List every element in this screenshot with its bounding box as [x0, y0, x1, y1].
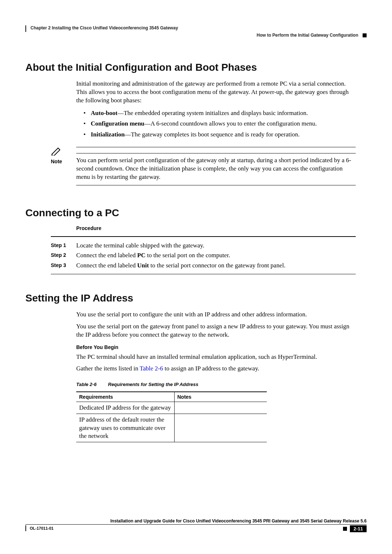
- step-text: Connect the end labeled Unit to the seri…: [76, 260, 356, 270]
- table-title: Requirements for Setting the IP Address: [108, 382, 199, 387]
- requirements-table: Requirements Notes Dedicated IP address …: [76, 391, 267, 442]
- heading-setting-ip: Setting the IP Address: [25, 292, 367, 304]
- table-caption: Table 2-6 Requirements for Setting the I…: [76, 382, 356, 387]
- step-number: Step 3: [51, 260, 76, 270]
- step-row: Step 1 Locate the terminal cable shipped…: [51, 241, 356, 250]
- section-label: How to Perform the Initial Gateway Confi…: [257, 33, 358, 38]
- step-number: Step 2: [51, 250, 76, 260]
- divider: [51, 274, 356, 274]
- note-text: You can perform serial port configuratio…: [76, 153, 356, 181]
- table-cell: [174, 402, 267, 414]
- step-row: Step 3 Connect the end labeled Unit to t…: [51, 260, 356, 270]
- running-header: Chapter 2 Installing the Cisco Unified V…: [25, 25, 367, 40]
- before-you-begin-label: Before You Begin: [76, 344, 356, 350]
- section-2-body: Procedure: [76, 225, 356, 231]
- procedure-steps: Step 1 Locate the terminal cable shipped…: [51, 236, 356, 274]
- divider: [51, 236, 356, 237]
- table-header: Notes: [174, 392, 267, 402]
- note-body: You can perform serial port configuratio…: [76, 147, 356, 185]
- step-row: Step 2 Connect the end labeled PC to the…: [51, 250, 356, 260]
- pencil-icon: [51, 147, 61, 156]
- boot-phase-list: Auto-boot—The embedded operating system …: [83, 108, 356, 139]
- note-icon-column: Note: [51, 147, 76, 164]
- footer-left: OL-17011-01: [25, 525, 53, 531]
- table-row: Dedicated IP address for the gateway: [76, 402, 267, 414]
- step-number: Step 1: [51, 241, 76, 250]
- table-row: IP address of the default router the gat…: [76, 414, 267, 442]
- footer-bottom-row: OL-17011-01 2-11: [25, 525, 367, 532]
- body-paragraph: You use the serial port on the gateway f…: [76, 323, 356, 339]
- heading-about-boot: About the Initial Configuration and Boot…: [25, 62, 367, 73]
- note-block: Note You can perform serial port configu…: [51, 147, 356, 185]
- list-item: Initialization—The gateway completes its…: [83, 130, 356, 139]
- table-cell: Dedicated IP address for the gateway: [76, 402, 174, 414]
- page-marker-icon: [343, 527, 347, 531]
- page-footer: Installation and Upgrade Guide for Cisco…: [25, 518, 367, 532]
- body-paragraph: Gather the items listed in Table 2-6 to …: [76, 365, 356, 373]
- step-text: Connect the end labeled PC to the serial…: [76, 250, 356, 260]
- table-header: Requirements: [76, 392, 174, 402]
- footer-doc-title: Installation and Upgrade Guide for Cisco…: [25, 518, 367, 525]
- section-header-wrap: How to Perform the Initial Gateway Confi…: [257, 33, 367, 38]
- section-3-body: You use the serial port to configure the…: [76, 311, 356, 442]
- list-item: Auto-boot—The embedded operating system …: [83, 108, 356, 118]
- body-paragraph: The PC terminal should have an installed…: [76, 353, 356, 361]
- step-text: Locate the terminal cable shipped with t…: [76, 241, 356, 250]
- chapter-label: Chapter 2 Installing the Cisco Unified V…: [30, 25, 178, 30]
- table-cell: [174, 414, 267, 442]
- section-1-body: Initial monitoring and administration of…: [76, 80, 356, 139]
- page-content: Chapter 2 Installing the Cisco Unified V…: [25, 25, 367, 442]
- intro-paragraph: Initial monitoring and administration of…: [76, 80, 356, 105]
- note-label: Note: [51, 159, 76, 164]
- list-item: Configuration menu—A 6-second countdown …: [83, 119, 356, 128]
- body-paragraph: You use the serial port to configure the…: [76, 311, 356, 319]
- table-link[interactable]: Table 2-6: [140, 365, 163, 372]
- table-cell: IP address of the default router the gat…: [76, 414, 174, 442]
- footer-marker: [25, 525, 26, 531]
- doc-id: OL-17011-01: [30, 526, 53, 530]
- section-marker-icon: [363, 33, 367, 37]
- header-marker: [25, 25, 26, 32]
- table-id: Table 2-6: [76, 382, 97, 387]
- page-number: 2-11: [350, 525, 367, 532]
- procedure-label: Procedure: [76, 225, 356, 231]
- footer-right: 2-11: [343, 525, 367, 532]
- heading-connecting-pc: Connecting to a PC: [25, 207, 367, 219]
